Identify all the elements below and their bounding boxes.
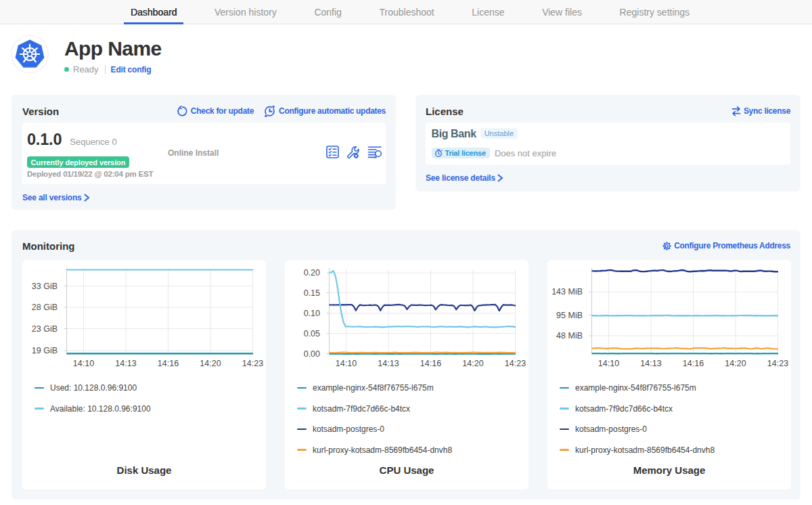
svg-text:0.15: 0.15 — [304, 288, 320, 298]
svg-text:0.00: 0.00 — [304, 349, 320, 359]
svg-text:14:23: 14:23 — [242, 359, 263, 368]
svg-text:14:20: 14:20 — [725, 359, 746, 368]
svg-text:19 GiB: 19 GiB — [32, 346, 58, 355]
svg-text:14:10: 14:10 — [598, 359, 619, 368]
svg-text:14:10: 14:10 — [73, 359, 94, 368]
svg-text:0.05: 0.05 — [304, 329, 320, 338]
svg-text:14:16: 14:16 — [420, 359, 441, 368]
svg-text:48 MiB: 48 MiB — [556, 331, 583, 341]
svg-text:14:10: 14:10 — [336, 359, 357, 368]
svg-text:14:23: 14:23 — [505, 359, 526, 368]
svg-text:14:16: 14:16 — [683, 359, 704, 368]
svg-text:14:16: 14:16 — [158, 359, 179, 368]
svg-text:0.20: 0.20 — [304, 268, 320, 278]
svg-text:28 GiB: 28 GiB — [32, 303, 58, 312]
svg-text:14:13: 14:13 — [115, 359, 136, 368]
svg-text:95 MiB: 95 MiB — [556, 311, 583, 320]
svg-text:143 MiB: 143 MiB — [551, 287, 583, 297]
svg-text:14:20: 14:20 — [200, 359, 221, 368]
svg-text:23 GiB: 23 GiB — [32, 324, 58, 334]
svg-text:0.10: 0.10 — [304, 309, 320, 318]
svg-text:14:13: 14:13 — [640, 359, 661, 368]
svg-text:14:20: 14:20 — [462, 359, 483, 368]
svg-text:14:23: 14:23 — [767, 359, 788, 368]
svg-text:14:13: 14:13 — [378, 359, 399, 368]
svg-text:33 GiB: 33 GiB — [32, 282, 58, 291]
